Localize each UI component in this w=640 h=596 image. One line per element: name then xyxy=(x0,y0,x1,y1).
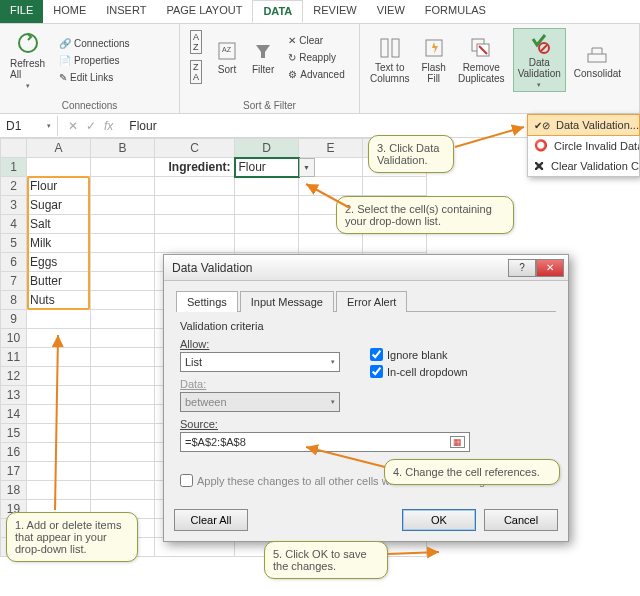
source-input[interactable]: =$A$2:$A$8▦ xyxy=(180,432,470,452)
data-validation-button[interactable]: Data Validation▾ xyxy=(513,28,566,92)
row-header[interactable]: 15 xyxy=(1,424,27,443)
fx-icon[interactable]: fx xyxy=(104,119,113,133)
cell[interactable] xyxy=(27,386,91,405)
cell[interactable] xyxy=(91,291,155,310)
row-header[interactable]: 8 xyxy=(1,291,27,310)
select-all-cell[interactable] xyxy=(1,139,27,158)
cell[interactable] xyxy=(155,196,235,215)
ignore-blank-checkbox[interactable]: Ignore blank xyxy=(370,348,468,361)
cell[interactable] xyxy=(91,329,155,348)
properties-button[interactable]: 📄Properties xyxy=(55,53,134,68)
tab-file[interactable]: FILE xyxy=(0,0,43,23)
tab-insert[interactable]: INSERT xyxy=(96,0,156,23)
row-header[interactable]: 1 xyxy=(1,158,27,177)
cell[interactable] xyxy=(235,196,299,215)
menu-item-data-validation[interactable]: ✔⊘Data Validation... xyxy=(527,114,640,136)
cell[interactable]: Flour xyxy=(27,177,91,196)
dialog-tab-erroralert[interactable]: Error Alert xyxy=(336,291,408,312)
cell[interactable] xyxy=(91,177,155,196)
text-to-columns-button[interactable]: Text to Columns xyxy=(366,34,413,86)
row-header[interactable]: 11 xyxy=(1,348,27,367)
cancel-button[interactable]: Cancel xyxy=(484,509,558,531)
cell[interactable]: Eggs xyxy=(27,253,91,272)
cell[interactable]: Salt xyxy=(27,215,91,234)
tab-pagelayout[interactable]: PAGE LAYOUT xyxy=(156,0,252,23)
cell[interactable] xyxy=(91,367,155,386)
row-header[interactable]: 10 xyxy=(1,329,27,348)
cell[interactable] xyxy=(91,158,155,177)
col-header[interactable]: E xyxy=(299,139,363,158)
row-header[interactable]: 6 xyxy=(1,253,27,272)
cell[interactable]: Sugar xyxy=(27,196,91,215)
cell[interactable] xyxy=(91,215,155,234)
cell[interactable]: Butter xyxy=(27,272,91,291)
consolidate-button[interactable]: Consolidat xyxy=(570,40,625,81)
row-header[interactable]: 17 xyxy=(1,462,27,481)
range-picker-icon[interactable]: ▦ xyxy=(450,436,465,448)
sort-za-button[interactable]: ZA xyxy=(186,58,206,86)
cell[interactable] xyxy=(91,386,155,405)
row-header[interactable]: 13 xyxy=(1,386,27,405)
tab-home[interactable]: HOME xyxy=(43,0,96,23)
ok-button[interactable]: OK xyxy=(402,509,476,531)
clear-all-button[interactable]: Clear All xyxy=(174,509,248,531)
cell[interactable] xyxy=(91,462,155,481)
tab-view[interactable]: VIEW xyxy=(367,0,415,23)
sort-az-button[interactable]: AZ xyxy=(186,28,206,56)
dialog-close-button[interactable]: ✕ xyxy=(536,259,564,277)
cell[interactable]: Flour▼ xyxy=(235,158,299,177)
editlinks-button[interactable]: ✎Edit Links xyxy=(55,70,134,85)
tab-data[interactable]: DATA xyxy=(252,0,303,23)
col-header[interactable]: D xyxy=(235,139,299,158)
row-header[interactable]: 12 xyxy=(1,367,27,386)
cell[interactable] xyxy=(299,234,363,253)
cell[interactable] xyxy=(155,177,235,196)
cell[interactable] xyxy=(27,158,91,177)
cell[interactable] xyxy=(235,177,299,196)
cell[interactable] xyxy=(155,234,235,253)
incell-dropdown-checkbox[interactable]: In-cell dropdown xyxy=(370,365,468,378)
cell[interactable] xyxy=(155,215,235,234)
cell[interactable] xyxy=(91,310,155,329)
cell[interactable] xyxy=(363,177,427,196)
connections-button[interactable]: 🔗Connections xyxy=(55,36,134,51)
row-header[interactable]: 4 xyxy=(1,215,27,234)
advanced-button[interactable]: ⚙Advanced xyxy=(284,67,348,82)
cell[interactable] xyxy=(91,424,155,443)
cell[interactable] xyxy=(91,253,155,272)
reapply-button[interactable]: ↻Reapply xyxy=(284,50,348,65)
row-header[interactable]: 9 xyxy=(1,310,27,329)
row-header[interactable]: 2 xyxy=(1,177,27,196)
allow-combobox[interactable]: List▾ xyxy=(180,352,340,372)
cell[interactable] xyxy=(91,272,155,291)
menu-item-clear-validation[interactable]: 🗙Clear Validation C xyxy=(528,156,639,176)
col-header[interactable]: B xyxy=(91,139,155,158)
name-box[interactable]: D1▾ xyxy=(0,116,58,136)
cell[interactable] xyxy=(91,234,155,253)
cell[interactable] xyxy=(91,348,155,367)
cell-dropdown-handle[interactable]: ▼ xyxy=(299,158,315,177)
accept-icon[interactable]: ✓ xyxy=(86,119,96,133)
cell[interactable] xyxy=(91,405,155,424)
cell[interactable] xyxy=(91,481,155,500)
cell[interactable]: Nuts xyxy=(27,291,91,310)
col-header[interactable]: C xyxy=(155,139,235,158)
dialog-titlebar[interactable]: Data Validation ? ✕ xyxy=(164,255,568,281)
cell[interactable] xyxy=(27,424,91,443)
cell[interactable] xyxy=(27,462,91,481)
cell[interactable]: Ingredient: xyxy=(155,158,235,177)
cancel-icon[interactable]: ✕ xyxy=(68,119,78,133)
row-header[interactable]: 5 xyxy=(1,234,27,253)
cell[interactable] xyxy=(91,443,155,462)
dialog-tab-settings[interactable]: Settings xyxy=(176,291,238,312)
tab-formulas[interactable]: FORMULAS xyxy=(415,0,496,23)
flash-fill-button[interactable]: Flash Fill xyxy=(417,34,449,86)
menu-item-circle-invalid[interactable]: ⭕Circle Invalid Data xyxy=(528,135,639,156)
row-header[interactable]: 7 xyxy=(1,272,27,291)
cell[interactable] xyxy=(27,481,91,500)
cell[interactable] xyxy=(235,234,299,253)
col-header[interactable]: A xyxy=(27,139,91,158)
filter-button[interactable]: Filter xyxy=(248,38,278,77)
cell[interactable] xyxy=(27,405,91,424)
dialog-tab-inputmessage[interactable]: Input Message xyxy=(240,291,334,312)
